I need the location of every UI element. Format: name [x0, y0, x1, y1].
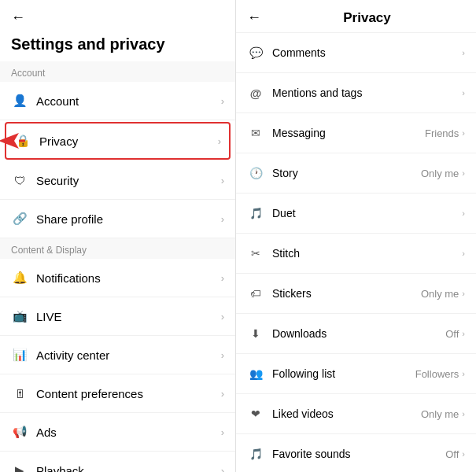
chevron-icon: ›: [221, 95, 224, 107]
stickers-icon: 🏷: [247, 285, 264, 302]
chevron-icon: ›: [462, 88, 465, 98]
chevron-icon: ›: [462, 168, 465, 178]
duet-label: Duet: [272, 207, 459, 219]
playback-icon: ▶: [11, 462, 28, 472]
share-profile-icon: 🔗: [11, 210, 28, 227]
sidebar-item-live[interactable]: 📺 LIVE ›: [0, 297, 235, 336]
account-label: Account: [36, 94, 221, 108]
chevron-icon: ›: [221, 426, 224, 438]
ads-label: Ads: [36, 426, 221, 439]
chevron-icon: ›: [462, 48, 465, 57]
chevron-icon: ›: [462, 369, 465, 378]
downloads-label: Downloads: [272, 327, 445, 340]
notifications-label: Notifications: [36, 271, 221, 285]
story-icon: 🕐: [247, 164, 264, 182]
privacy-item-downloads[interactable]: ⬇ Downloads Off ›: [236, 314, 476, 354]
chevron-icon: ›: [221, 311, 224, 323]
stickers-value: Only me: [421, 288, 459, 300]
ads-icon: 📢: [11, 423, 28, 441]
privacy-item-favorite-sounds[interactable]: 🎵 Favorite sounds Off ›: [236, 434, 476, 472]
story-value: Only me: [421, 168, 459, 179]
comments-label: Comments: [272, 46, 459, 59]
mentions-tags-icon: @: [247, 84, 264, 101]
sidebar-item-security[interactable]: 🛡 Security ›: [0, 161, 235, 200]
chevron-icon: ›: [221, 175, 224, 186]
chevron-icon: ›: [462, 329, 465, 338]
following-list-label: Following list: [272, 367, 415, 380]
right-header: ← Privacy: [236, 0, 476, 33]
liked-videos-icon: ❤: [247, 405, 264, 422]
mentions-tags-label: Mentions and tags: [272, 87, 459, 99]
privacy-label: Privacy: [39, 135, 218, 148]
content-preferences-icon: 🎚: [11, 385, 28, 402]
stitch-label: Stitch: [272, 247, 459, 260]
chevron-icon: ›: [221, 349, 224, 361]
duet-icon: 🎵: [247, 205, 264, 222]
chevron-icon: ›: [218, 135, 221, 147]
security-icon: 🛡: [11, 171, 28, 189]
chevron-icon: ›: [462, 249, 465, 258]
chevron-icon: ›: [221, 272, 224, 284]
privacy-item-comments[interactable]: 💬 Comments ›: [236, 33, 476, 73]
liked-videos-value: Only me: [421, 408, 459, 420]
back-arrow-left[interactable]: ←: [11, 9, 25, 26]
stickers-label: Stickers: [272, 287, 421, 300]
liked-videos-label: Liked videos: [272, 407, 421, 420]
sidebar-item-ads[interactable]: 📢 Ads ›: [0, 413, 235, 452]
comments-icon: 💬: [247, 44, 264, 61]
left-header: ←: [0, 0, 235, 32]
sidebar-item-notifications[interactable]: 🔔 Notifications ›: [0, 259, 235, 297]
sidebar-item-share-profile[interactable]: 🔗 Share profile ›: [0, 200, 235, 238]
live-icon: 📺: [11, 308, 28, 325]
left-panel: ← Settings and privacy Account 👤 Account…: [0, 0, 236, 472]
section-content-label: Content & Display: [0, 238, 235, 259]
account-icon: 👤: [11, 92, 28, 109]
security-label: Security: [36, 174, 221, 187]
messaging-label: Messaging: [272, 127, 425, 139]
chevron-icon: ›: [462, 128, 465, 138]
downloads-value: Off: [445, 328, 459, 340]
privacy-item-mentions-tags[interactable]: @ Mentions and tags ›: [236, 73, 476, 113]
sidebar-item-privacy[interactable]: 🔒 Privacy ›: [5, 122, 231, 160]
following-list-value: Followers: [415, 368, 459, 380]
chevron-icon: ›: [462, 449, 465, 459]
messaging-value: Friends: [425, 127, 459, 139]
chevron-icon: ›: [221, 465, 224, 473]
chevron-icon: ›: [221, 388, 224, 400]
chevron-icon: ›: [462, 409, 465, 419]
notifications-icon: 🔔: [11, 269, 28, 286]
playback-label: Playback: [36, 464, 221, 473]
sidebar-item-content-preferences[interactable]: 🎚 Content preferences ›: [0, 374, 235, 413]
red-arrow-annotation: [0, 131, 27, 150]
downloads-icon: ⬇: [247, 325, 264, 342]
chevron-icon: ›: [462, 208, 465, 218]
page-title: Settings and privacy: [0, 32, 235, 61]
chevron-icon: ›: [221, 213, 224, 225]
privacy-item-stickers[interactable]: 🏷 Stickers Only me ›: [236, 274, 476, 314]
privacy-item-story[interactable]: 🕐 Story Only me ›: [236, 153, 476, 194]
chevron-icon: ›: [462, 289, 465, 298]
live-label: LIVE: [36, 310, 221, 323]
stitch-icon: ✂: [247, 245, 264, 262]
section-account-label: Account: [0, 61, 235, 82]
back-arrow-right[interactable]: ←: [247, 9, 261, 26]
sidebar-item-playback[interactable]: ▶ Playback ›: [0, 452, 235, 472]
activity-center-icon: 📊: [11, 346, 28, 363]
privacy-item-stitch[interactable]: ✂ Stitch ›: [236, 234, 476, 274]
content-preferences-label: Content preferences: [36, 387, 221, 400]
favorite-sounds-value: Off: [445, 448, 459, 460]
privacy-item-duet[interactable]: 🎵 Duet ›: [236, 194, 476, 234]
privacy-item-liked-videos[interactable]: ❤ Liked videos Only me ›: [236, 394, 476, 434]
following-list-icon: 👥: [247, 365, 264, 382]
sidebar-item-account[interactable]: 👤 Account ›: [0, 82, 235, 120]
privacy-item-messaging[interactable]: ✉ Messaging Friends ›: [236, 113, 476, 153]
favorite-sounds-icon: 🎵: [247, 445, 264, 463]
activity-center-label: Activity center: [36, 348, 221, 362]
sidebar-item-activity-center[interactable]: 📊 Activity center ›: [0, 336, 235, 374]
privacy-item-following-list[interactable]: 👥 Following list Followers ›: [236, 354, 476, 394]
right-panel: ← Privacy 💬 Comments › @ Mentions and ta…: [236, 0, 476, 472]
favorite-sounds-label: Favorite sounds: [272, 448, 445, 460]
right-panel-title: Privacy: [269, 10, 465, 26]
story-label: Story: [272, 167, 421, 179]
share-profile-label: Share profile: [36, 212, 221, 226]
